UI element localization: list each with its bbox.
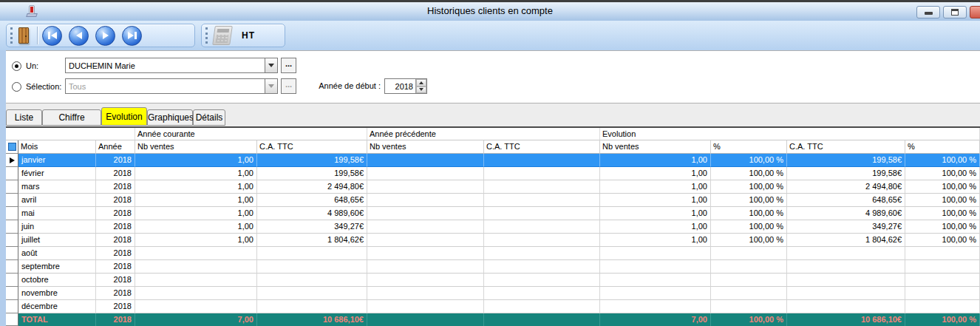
cell-cur-ca[interactable] bbox=[257, 247, 367, 260]
cell-cur-nb[interactable] bbox=[135, 274, 257, 287]
cell-evo-nb[interactable]: 1,00 bbox=[600, 234, 711, 247]
cell-cur-nb[interactable]: 1,00 bbox=[135, 194, 257, 207]
cell-prev-nb[interactable] bbox=[367, 220, 484, 234]
toolbar-drag-handle[interactable] bbox=[205, 27, 208, 44]
cell-prev-nb[interactable] bbox=[367, 167, 484, 180]
selection-combobox[interactable]: Tous bbox=[65, 78, 278, 94]
cell-year[interactable]: 2018 bbox=[96, 247, 135, 260]
column-header-evo-ca[interactable]: C.A. TTC bbox=[787, 140, 905, 154]
cell-evo-ca[interactable]: 648,65€ bbox=[787, 194, 905, 207]
cell-cur-ca[interactable]: 199,58€ bbox=[257, 167, 367, 180]
cell-evo-pct[interactable]: 100,00 % bbox=[711, 154, 787, 167]
table-row-novembre[interactable]: novembre2018 bbox=[6, 287, 980, 300]
row-selector[interactable] bbox=[6, 180, 18, 194]
next-record-button[interactable] bbox=[95, 26, 115, 46]
cell-month[interactable]: octobre bbox=[18, 274, 96, 287]
cell-cur-nb[interactable]: 1,00 bbox=[135, 234, 257, 247]
cell-evo-nb[interactable] bbox=[600, 300, 711, 313]
select-all-corner[interactable] bbox=[6, 140, 18, 154]
maximize-button[interactable] bbox=[943, 6, 967, 18]
cell-cur-nb[interactable]: 1,00 bbox=[135, 167, 257, 180]
cell-month[interactable]: juin bbox=[18, 220, 96, 234]
cell-cur-ca[interactable]: 199,58€ bbox=[257, 154, 367, 167]
cell-evo-pct2[interactable]: 100,00 % bbox=[905, 180, 980, 194]
cell-evo-ca[interactable]: 2 494,80€ bbox=[787, 180, 905, 194]
cell-prev-ca[interactable] bbox=[484, 180, 600, 194]
cell-prev-nb[interactable] bbox=[367, 247, 484, 260]
cell-month[interactable]: juillet bbox=[18, 234, 96, 247]
cell-evo-nb[interactable]: 1,00 bbox=[600, 207, 711, 220]
table-row-f-vrier[interactable]: février20181,00199,58€1,00100,00 %199,58… bbox=[6, 167, 980, 180]
cell-evo-nb[interactable]: 1,00 bbox=[600, 154, 711, 167]
cell-month[interactable]: mai bbox=[18, 207, 96, 220]
cell-evo-pct2[interactable]: 100,00 % bbox=[905, 207, 980, 220]
cell-prev-ca[interactable] bbox=[484, 167, 600, 180]
cell-evo-ca[interactable] bbox=[787, 274, 905, 287]
cell-year[interactable]: 2018 bbox=[96, 300, 135, 313]
cell-year[interactable]: 2018 bbox=[96, 167, 135, 180]
tab-chiffre-d-affaires[interactable]: Chiffre d'affaires bbox=[42, 109, 101, 126]
cell-evo-ca[interactable]: 349,27€ bbox=[787, 220, 905, 234]
client-combobox[interactable]: DUCHEMIN Marie bbox=[65, 58, 278, 73]
cell-month[interactable]: avril bbox=[18, 194, 96, 207]
cell-year[interactable]: 2018 bbox=[96, 207, 135, 220]
cell-prev-ca[interactable] bbox=[484, 194, 600, 207]
cell-cur-nb[interactable] bbox=[135, 260, 257, 274]
cell-evo-pct[interactable] bbox=[711, 260, 787, 274]
cell-prev-ca[interactable] bbox=[484, 234, 600, 247]
cell-evo-pct[interactable] bbox=[711, 247, 787, 260]
cell-evo-ca[interactable] bbox=[787, 300, 905, 313]
cell-evo-pct[interactable] bbox=[711, 287, 787, 300]
cell-evo-pct2[interactable] bbox=[905, 247, 980, 260]
cell-year[interactable]: 2018 bbox=[96, 260, 135, 274]
cell-prev-ca[interactable] bbox=[484, 207, 600, 220]
row-selector[interactable] bbox=[6, 300, 18, 313]
cell-prev-nb[interactable] bbox=[367, 207, 484, 220]
table-row-avril[interactable]: avril20181,00648,65€1,00100,00 %648,65€1… bbox=[6, 194, 980, 207]
cell-prev-ca[interactable] bbox=[484, 300, 600, 313]
chevron-down-icon[interactable] bbox=[265, 58, 277, 72]
cell-month[interactable]: mars bbox=[18, 180, 96, 194]
row-selector[interactable] bbox=[6, 154, 18, 167]
cell-prev-nb[interactable] bbox=[367, 260, 484, 274]
cell-evo-nb[interactable]: 1,00 bbox=[600, 167, 711, 180]
table-row-mars[interactable]: mars20181,002 494,80€1,00100,00 %2 494,8… bbox=[6, 180, 980, 194]
cell-evo-pct2[interactable]: 100,00 % bbox=[905, 167, 980, 180]
cell-evo-pct2[interactable] bbox=[905, 274, 980, 287]
cell-month[interactable]: novembre bbox=[18, 287, 96, 300]
cell-evo-pct2[interactable] bbox=[905, 260, 980, 274]
cell-evo-nb[interactable] bbox=[600, 260, 711, 274]
row-selector[interactable] bbox=[6, 220, 18, 234]
cell-evo-pct2[interactable] bbox=[905, 287, 980, 300]
cell-cur-ca[interactable] bbox=[257, 287, 367, 300]
cell-evo-pct[interactable]: 100,00 % bbox=[711, 194, 787, 207]
row-selector[interactable] bbox=[6, 287, 18, 300]
cell-evo-pct2[interactable]: 100,00 % bbox=[905, 154, 980, 167]
column-header-cur-nb[interactable]: Nb ventes bbox=[135, 140, 257, 154]
cell-evo-pct2[interactable] bbox=[905, 300, 980, 313]
cell-evo-ca[interactable]: 4 989,60€ bbox=[787, 207, 905, 220]
cell-cur-ca[interactable]: 2 494,80€ bbox=[257, 180, 367, 194]
table-row-octobre[interactable]: octobre2018 bbox=[6, 274, 980, 287]
cell-cur-ca[interactable] bbox=[257, 300, 367, 313]
cell-prev-nb[interactable] bbox=[367, 180, 484, 194]
minimize-button[interactable] bbox=[916, 6, 940, 18]
cell-evo-ca[interactable] bbox=[787, 247, 905, 260]
cell-month[interactable]: août bbox=[18, 247, 96, 260]
cell-cur-nb[interactable] bbox=[135, 300, 257, 313]
table-row-juillet[interactable]: juillet20181,001 804,62€1,00100,00 %1 80… bbox=[6, 234, 980, 247]
column-header-evo-pct[interactable]: % bbox=[711, 140, 787, 154]
cell-evo-pct[interactable]: 100,00 % bbox=[711, 220, 787, 234]
column-header-cur-ca[interactable]: C.A. TTC bbox=[257, 140, 367, 154]
cell-prev-nb[interactable] bbox=[367, 194, 484, 207]
cell-evo-pct[interactable]: 100,00 % bbox=[711, 180, 787, 194]
cell-cur-nb[interactable]: 1,00 bbox=[135, 220, 257, 234]
cell-evo-ca[interactable]: 199,58€ bbox=[787, 167, 905, 180]
spin-up-button[interactable] bbox=[416, 79, 426, 86]
row-selector[interactable] bbox=[6, 234, 18, 247]
radio-un[interactable] bbox=[12, 61, 21, 71]
cell-evo-nb[interactable] bbox=[600, 247, 711, 260]
table-row-septembre[interactable]: septembre2018 bbox=[6, 260, 980, 274]
column-header-evo-nb[interactable]: Nb ventes bbox=[600, 140, 711, 154]
cell-cur-ca[interactable] bbox=[257, 260, 367, 274]
